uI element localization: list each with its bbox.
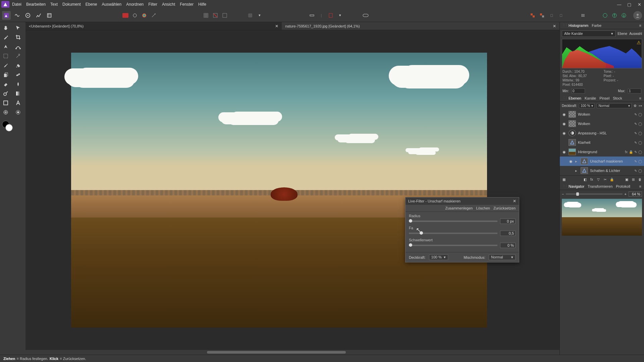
edit-icon[interactable]: ✎ <box>634 131 637 135</box>
menu-datei[interactable]: Datei <box>12 2 21 7</box>
menu-ebene[interactable]: Ebene <box>86 2 97 7</box>
develop-persona-icon[interactable] <box>23 11 32 20</box>
visibility-toggle-icon[interactable]: ◉ <box>569 159 573 164</box>
layer-row[interactable]: Klarheit✎◯ <box>560 138 644 147</box>
magic-icon[interactable] <box>150 11 158 19</box>
layer-dot-icon[interactable]: ◯ <box>638 160 642 163</box>
panel-menu-icon[interactable]: ≡ <box>639 184 641 188</box>
merge-button[interactable]: Zusammenlegen <box>445 206 473 210</box>
menu-hilfe[interactable]: Hilfe <box>198 2 206 7</box>
doc-chevron-icon[interactable]: ▾ <box>336 11 344 19</box>
expand-icon[interactable]: ▸ <box>575 159 579 164</box>
redeye-tool-icon[interactable] <box>13 108 23 117</box>
swatch-grid-icon[interactable] <box>221 11 229 19</box>
pen-tool-icon[interactable] <box>1 42 11 51</box>
history-tab[interactable]: Protokoll <box>616 184 630 188</box>
link-icon[interactable]: ⊶ <box>639 104 642 108</box>
tab-close-icon[interactable]: ✕ <box>553 24 556 28</box>
layer-row[interactable]: ◉Wolken✎◯ <box>560 110 644 119</box>
dialog-close-icon[interactable]: ✕ <box>513 199 516 203</box>
reset-button[interactable]: Zurücksetzen <box>493 206 516 210</box>
gradient-tool-icon[interactable] <box>13 89 23 98</box>
grid-icon[interactable] <box>202 11 210 19</box>
layer-dot-icon[interactable]: ◯ <box>638 150 642 154</box>
threshold-slider[interactable] <box>409 245 497 246</box>
layer-row[interactable]: ◉Anpassung - HSL✎◯ <box>560 128 644 138</box>
add-layer-icon[interactable]: ⊞ <box>631 177 636 182</box>
channel-select[interactable]: Alle Kanäle▾ <box>562 31 615 37</box>
dialog-blend-select[interactable]: Normal▾ <box>489 254 516 260</box>
tone-persona-icon[interactable] <box>34 11 43 20</box>
visibility-toggle-icon[interactable]: ◉ <box>562 112 567 117</box>
selection-toggle[interactable]: Auswahl <box>629 32 642 36</box>
align-icon-2[interactable] <box>538 11 546 19</box>
canvas-viewport[interactable] <box>25 30 559 350</box>
max-input[interactable] <box>628 88 641 94</box>
blend-select[interactable]: Normal▾ <box>597 103 632 108</box>
adj-icon[interactable]: ◧ <box>582 177 588 182</box>
menu-text[interactable]: Text <box>50 2 58 7</box>
menu-fenster[interactable]: Fenster <box>180 2 194 7</box>
globe-sync-icon[interactable] <box>601 11 609 19</box>
dialog-opacity-select[interactable]: 100 %▾ <box>429 254 448 260</box>
minimize-icon[interactable]: — <box>616 2 623 7</box>
panel-grip-icon[interactable]: ⋮⋮ <box>562 23 565 27</box>
lock-icon[interactable]: 🔒 <box>609 177 614 182</box>
fill-tool-icon[interactable] <box>13 61 23 70</box>
arrange-icon[interactable] <box>579 11 587 19</box>
layer-dot-icon[interactable]: ◯ <box>638 169 642 173</box>
edit-icon[interactable]: ✎ <box>634 113 637 116</box>
globe-down-icon[interactable] <box>620 11 628 19</box>
zoom-in-icon[interactable]: + <box>625 192 627 196</box>
gear-icon[interactable]: ⚙ <box>634 104 637 108</box>
expand-icon[interactable]: ▸ <box>575 169 579 173</box>
eraser-tool-icon[interactable] <box>1 80 11 88</box>
photo-persona-icon[interactable] <box>2 11 11 20</box>
layers-tab[interactable]: Ebenen <box>569 96 581 100</box>
layer-row[interactable]: ◉Wolken✎◯ <box>560 119 644 128</box>
horizontal-scrollbar[interactable] <box>25 350 559 355</box>
colorpicker-tool-icon[interactable] <box>1 33 11 42</box>
mesh-tool-icon[interactable] <box>1 108 11 117</box>
brush-tab[interactable]: Pinsel <box>599 96 609 100</box>
factor-slider[interactable] <box>409 233 497 234</box>
visibility-toggle-icon[interactable]: ◉ <box>562 150 567 154</box>
liquify-persona-icon[interactable] <box>13 11 21 20</box>
menu-dokument[interactable]: Dokument <box>62 2 81 7</box>
group-icon[interactable]: ▣ <box>624 177 629 182</box>
account-avatar-icon[interactable] <box>633 11 642 20</box>
export-persona-icon[interactable] <box>45 11 54 20</box>
maximize-icon[interactable]: ▢ <box>626 2 633 7</box>
mask-icon[interactable]: ▦ <box>561 177 567 182</box>
edit-icon[interactable]: ✎ <box>634 169 637 173</box>
layer-toggle[interactable]: Ebene <box>618 32 627 36</box>
align-icon-1[interactable] <box>529 11 537 19</box>
shape-tool-icon[interactable] <box>1 99 11 107</box>
wand-tool-icon[interactable] <box>13 52 23 60</box>
red-swatch-icon[interactable] <box>121 11 129 19</box>
eyedrop-icon[interactable] <box>131 11 139 19</box>
warning-icon[interactable]: ⚠ <box>637 40 641 45</box>
hand-tool-icon[interactable] <box>1 23 11 32</box>
move-tool-icon[interactable] <box>13 23 23 32</box>
edit-icon[interactable]: ✎ <box>634 150 637 154</box>
min-input[interactable] <box>572 88 585 94</box>
menu-ansicht[interactable]: Ansicht <box>162 2 175 7</box>
navigator-tab[interactable]: Navigator <box>569 184 584 188</box>
zoom-value[interactable]: 64 % <box>629 191 642 197</box>
panel-grip-icon[interactable]: ⋮⋮ <box>562 184 565 188</box>
document-tab-2[interactable]: nature-7595617_1920.jpg [Geändert] (64,1… <box>282 22 559 30</box>
fx-icon[interactable]: fx <box>589 177 594 182</box>
node-tool-icon[interactable] <box>13 42 23 51</box>
marquee-tool-icon[interactable] <box>1 52 11 60</box>
layer-dot-icon[interactable]: ◯ <box>638 122 642 126</box>
text-tool-icon[interactable] <box>13 99 23 107</box>
doc-icon[interactable] <box>327 11 335 19</box>
brush-tool-icon[interactable] <box>1 61 11 70</box>
layer-dot-icon[interactable]: ◯ <box>638 113 642 116</box>
edit-icon[interactable]: ✎ <box>634 122 637 126</box>
factor-value[interactable]: 0,5 <box>500 231 516 236</box>
visibility-toggle-icon[interactable]: ◉ <box>562 131 567 135</box>
edit-icon[interactable]: ✎ <box>634 141 637 144</box>
ruler-icon[interactable] <box>308 11 316 19</box>
